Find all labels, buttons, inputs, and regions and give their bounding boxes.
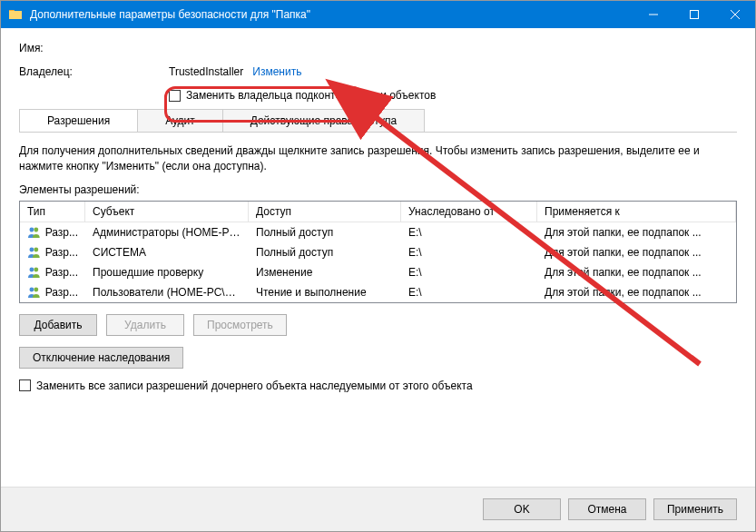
bottom-buttons: OK Отмена Применить (1, 487, 755, 531)
maximize-button[interactable] (673, 1, 714, 28)
svg-point-8 (29, 267, 34, 271)
td-type: Разр... (20, 224, 85, 241)
table-buttons-row: Добавить Удалить Просмотреть (19, 314, 737, 336)
table-row[interactable]: Разр...Прошедшие проверкуИзменениеE:\Для… (20, 262, 736, 282)
name-label: Имя: (19, 42, 169, 54)
td-type: Разр... (20, 244, 85, 261)
window-title: Дополнительные параметры безопасности дл… (30, 8, 633, 21)
elements-label: Элементы разрешений: (19, 183, 737, 196)
cancel-button[interactable]: Отмена (568, 498, 646, 520)
th-subject[interactable]: Субъект (85, 202, 249, 222)
advanced-security-window: Дополнительные параметры безопасности дл… (0, 0, 756, 532)
th-type[interactable]: Тип (20, 202, 85, 222)
td-subject: Пользователи (HOME-PC\П... (85, 284, 249, 300)
tab-permissions[interactable]: Разрешения (19, 109, 138, 132)
table-row[interactable]: Разр...Пользователи (HOME-PC\П...Чтение … (20, 282, 736, 302)
td-inherited: E:\ (401, 244, 537, 261)
owner-value: TrustedInstaller (169, 65, 243, 78)
td-subject: Администраторы (HOME-PC... (85, 224, 249, 241)
name-row: Имя: (19, 42, 737, 54)
td-applies: Для этой папки, ее подпапок ... (537, 284, 736, 300)
td-applies: Для этой папки, ее подпапок ... (537, 264, 736, 281)
content-area: Имя: Владелец: TrustedInstaller Изменить… (1, 28, 755, 487)
folder-icon (8, 7, 23, 22)
td-access: Полный доступ (249, 224, 401, 241)
replace-child-row[interactable]: Заменить все записи разрешений дочернего… (19, 379, 737, 392)
view-button: Просмотреть (193, 314, 287, 336)
td-type: Разр... (20, 284, 85, 300)
tab-effective[interactable]: Действующие права доступа (222, 109, 425, 132)
svg-point-10 (29, 287, 34, 291)
owner-change-link[interactable]: Изменить (252, 65, 301, 78)
svg-rect-1 (690, 11, 698, 19)
table-body: Разр...Администраторы (HOME-PC...Полный … (20, 222, 736, 302)
td-inherited: E:\ (401, 264, 537, 281)
td-inherited: E:\ (401, 284, 537, 300)
th-inherited[interactable]: Унаследовано от (401, 202, 537, 222)
disable-inherit-button[interactable]: Отключение наследования (19, 347, 183, 369)
svg-point-6 (29, 247, 34, 251)
svg-point-5 (34, 227, 38, 232)
replace-owner-row[interactable]: Заменить владельца подконтейнеров и объе… (169, 89, 737, 102)
add-button[interactable]: Добавить (19, 314, 97, 336)
th-applies[interactable]: Применяется к (537, 202, 736, 222)
th-access[interactable]: Доступ (249, 202, 401, 222)
permissions-table: Тип Субъект Доступ Унаследовано от Приме… (19, 201, 737, 303)
td-inherited: E:\ (401, 224, 537, 241)
window-controls (633, 1, 755, 28)
replace-child-label: Заменить все записи разрешений дочернего… (36, 379, 473, 392)
td-applies: Для этой папки, ее подпапок ... (537, 244, 736, 261)
apply-button[interactable]: Применить (653, 498, 737, 520)
td-subject: СИСТЕМА (85, 244, 249, 261)
ok-button[interactable]: OK (483, 498, 561, 520)
svg-point-4 (29, 227, 34, 232)
owner-row: Владелец: TrustedInstaller Изменить (19, 65, 737, 78)
td-type: Разр... (20, 264, 85, 281)
svg-point-7 (34, 247, 38, 251)
td-applies: Для этой папки, ее подпапок ... (537, 224, 736, 241)
tabs: Разрешения Аудит Действующие права досту… (19, 109, 737, 133)
table-row[interactable]: Разр...Администраторы (HOME-PC...Полный … (20, 222, 736, 242)
svg-point-9 (34, 267, 38, 271)
tab-audit[interactable]: Аудит (137, 109, 223, 132)
instructions-text: Для получения дополнительных сведений дв… (19, 143, 737, 174)
minimize-button[interactable] (633, 1, 673, 28)
replace-child-checkbox[interactable] (19, 379, 31, 391)
replace-owner-checkbox[interactable] (169, 90, 181, 102)
td-access: Изменение (249, 264, 401, 281)
titlebar: Дополнительные параметры безопасности дл… (1, 1, 755, 28)
owner-label: Владелец: (19, 65, 169, 78)
td-access: Полный доступ (249, 244, 401, 261)
inherit-buttons-row: Отключение наследования (19, 347, 737, 369)
table-row[interactable]: Разр...СИСТЕМАПолный доступE:\Для этой п… (20, 242, 736, 262)
table-header: Тип Субъект Доступ Унаследовано от Приме… (20, 202, 736, 222)
td-access: Чтение и выполнение (249, 284, 401, 300)
td-subject: Прошедшие проверку (85, 264, 249, 281)
remove-button: Удалить (106, 314, 184, 336)
close-button[interactable] (714, 1, 755, 28)
replace-owner-label: Заменить владельца подконтейнеров и объе… (186, 89, 436, 102)
svg-point-11 (34, 287, 38, 291)
